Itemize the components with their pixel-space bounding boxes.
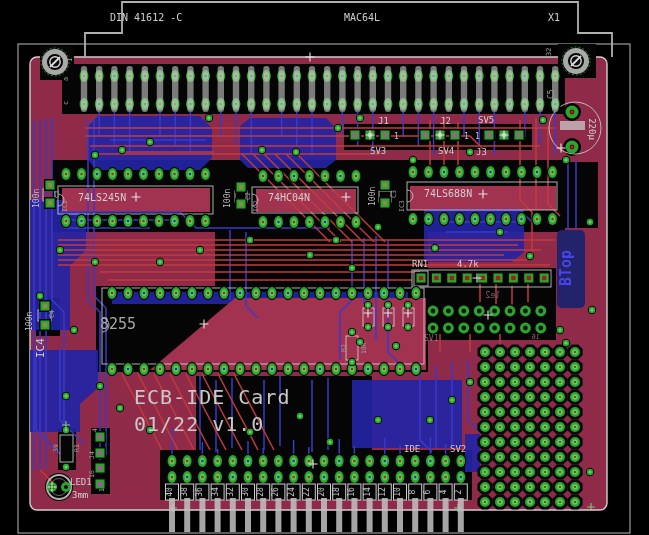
pcb-graphic <box>496 276 500 280</box>
ide-pin-number: 20 <box>317 487 326 497</box>
pcb-graphic <box>461 326 466 331</box>
pcb-graphic <box>400 66 406 112</box>
pcb-graphic <box>352 380 462 448</box>
ide-pin-number: 10 <box>393 487 402 497</box>
pcb-graphic <box>355 175 357 177</box>
pcb-graphic <box>171 476 173 478</box>
label-din-pin32: 32 <box>545 48 553 56</box>
pcb-graphic <box>412 171 414 173</box>
pcb-graphic <box>216 476 218 478</box>
pcb-graphic <box>412 159 415 162</box>
pcb-graphic <box>158 220 160 222</box>
pcb-graphic <box>499 441 501 443</box>
label-connector-type: DIN 41612 -C <box>110 12 182 23</box>
pcb-graphic <box>536 171 538 173</box>
pcb-graphic <box>412 218 414 220</box>
pcb-graphic <box>159 261 162 264</box>
pcb-graphic <box>508 326 513 331</box>
label-din-pin1: 1 <box>66 58 74 62</box>
pcb-graphic <box>127 292 129 294</box>
pcb-graphic <box>111 220 113 222</box>
pcb-graphic <box>544 456 546 458</box>
pcb-graphic <box>527 276 531 280</box>
label-ic2-designator: IC2 <box>252 200 260 212</box>
pcb-graphic <box>520 218 522 220</box>
label-ic3-designator: IC3 <box>398 200 406 212</box>
pcb-graphic <box>249 239 252 242</box>
pcb-editor-canvas[interactable]: DIN 41612 -C MAC64L X1 1 32 a c 74LS245N… <box>0 0 649 535</box>
pcb-graphic <box>514 351 516 353</box>
pcb-graphic <box>277 476 279 478</box>
pcb-graphic <box>216 460 218 462</box>
pcb-graphic <box>474 171 476 173</box>
pcb-graphic <box>319 368 321 370</box>
pcb-graphic <box>324 221 326 223</box>
pcb-graphic <box>544 441 546 443</box>
pcb-graphic <box>431 309 436 314</box>
pcb-graphic <box>544 471 546 473</box>
pcb-graphic <box>492 309 497 314</box>
pcb-graphic <box>383 183 387 187</box>
pcb-graphic <box>262 460 264 462</box>
pcb-graphic <box>565 342 568 345</box>
label-c4-value: 100n <box>25 312 34 331</box>
pcb-graphic <box>514 381 516 383</box>
pcb-graphic <box>529 396 531 398</box>
label-j2: J2 <box>440 116 451 126</box>
pcb-graphic <box>337 127 340 130</box>
pcb-graphic <box>262 221 264 223</box>
pcb-graphic <box>574 456 576 458</box>
pcb-graphic <box>387 326 390 329</box>
pcb-graphic <box>499 231 502 234</box>
pcb-graphic <box>262 476 264 478</box>
label-j3: J3 <box>476 147 487 157</box>
pcb-graphic <box>383 133 387 137</box>
pcb-graphic <box>544 351 546 353</box>
pcb-graphic <box>351 267 354 270</box>
pcb-graphic <box>446 309 451 314</box>
pcb-graphic <box>359 117 362 120</box>
pcb-graphic <box>157 66 163 112</box>
pcb-graphic <box>204 220 206 222</box>
label-ic3-part: 74LS688N <box>424 188 472 199</box>
pcb-graphic <box>271 368 273 370</box>
pcb-graphic <box>487 133 491 137</box>
pcb-graphic <box>458 498 464 532</box>
board[interactable] <box>30 44 607 512</box>
ide-pin-number: 38 <box>180 487 189 497</box>
pcb-graphic <box>538 309 543 314</box>
pcb-graphic <box>446 66 452 112</box>
pcb-graphic <box>94 154 97 157</box>
pcb-graphic <box>261 149 264 152</box>
pcb-graphic <box>506 66 512 112</box>
pcb-graphic <box>395 345 398 348</box>
pcb-graphic <box>397 498 403 532</box>
ide-pin-number: 22 <box>302 487 311 497</box>
pcb-graphic <box>514 396 516 398</box>
board-view[interactable]: DIN 41612 -C MAC64L X1 1 32 a c 74LS245N… <box>0 0 649 535</box>
pcb-graphic <box>98 435 102 439</box>
pcb-graphic <box>591 309 594 312</box>
pcb-graphic <box>303 292 305 294</box>
pcb-graphic <box>278 66 284 112</box>
pcb-graphic <box>574 426 576 428</box>
btop-marking: BTop <box>557 230 585 308</box>
din-connector-x1[interactable]: DIN 41612 -C MAC64L X1 <box>85 2 612 57</box>
pcb-graphic <box>542 119 545 122</box>
pcb-graphic <box>173 220 175 222</box>
label-connector-designator: X1 <box>548 12 560 23</box>
pcb-graphic <box>149 141 152 144</box>
label-j2-pin1: 1 <box>464 132 469 141</box>
pcb-graphic <box>127 368 129 370</box>
pcb-graphic <box>223 368 225 370</box>
pcb-graphic <box>230 498 236 532</box>
pcb-graphic <box>377 419 380 422</box>
pcb-graphic <box>287 368 289 370</box>
pcb-graphic <box>233 66 239 112</box>
pcb-graphic <box>469 381 472 384</box>
pcb-graphic <box>542 276 546 280</box>
pcb-graphic <box>453 133 457 137</box>
pcb-graphic <box>111 66 117 112</box>
pcb-graphic <box>98 482 102 486</box>
label-c1-designator: C1 <box>53 190 61 198</box>
